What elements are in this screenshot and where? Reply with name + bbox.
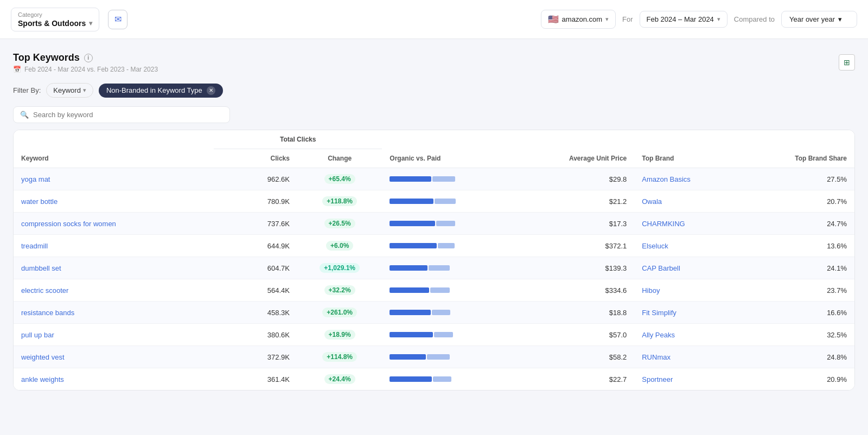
brand-cell: CHARMKING xyxy=(634,213,751,235)
keyword-link[interactable]: dumbbell set xyxy=(21,264,61,272)
year-over-year-dropdown[interactable]: Year over year ▾ xyxy=(781,11,857,28)
excel-export-button[interactable]: ⊞ xyxy=(839,54,855,71)
organic-paid-cell xyxy=(382,213,522,235)
brand-link[interactable]: Sportneer xyxy=(642,375,673,383)
change-badge: +18.9% xyxy=(324,330,355,340)
price-cell: $58.2 xyxy=(522,346,635,368)
col-header-organic-paid: Organic vs. Paid xyxy=(382,130,522,168)
brand-share-cell: 16.6% xyxy=(751,302,854,324)
col-header-top-brand: Top Brand xyxy=(634,130,751,168)
organic-bar xyxy=(390,287,429,293)
col-header-avg-price: Average Unit Price xyxy=(522,130,635,168)
brand-link[interactable]: Owala xyxy=(642,197,662,206)
clicks-cell: 737.6K xyxy=(214,213,297,235)
paid-bar xyxy=(429,265,450,271)
brand-link[interactable]: CHARMKING xyxy=(642,220,685,228)
bar-chart xyxy=(390,287,465,293)
brand-share-cell: 13.6% xyxy=(751,235,854,257)
date-info-text: Feb 2024 - Mar 2024 vs. Feb 2023 - Mar 2… xyxy=(24,66,158,73)
category-label: Category xyxy=(18,11,92,18)
brand-share-cell: 27.5% xyxy=(751,168,854,190)
keyword-link[interactable]: compression socks for women xyxy=(21,220,116,228)
bar-chart xyxy=(390,354,465,360)
keyword-link[interactable]: electric scooter xyxy=(21,286,68,295)
brand-link[interactable]: Ally Peaks xyxy=(642,331,675,339)
keyword-link[interactable]: resistance bands xyxy=(21,309,74,317)
keyword-cell: weighted vest xyxy=(14,346,214,368)
organic-paid-cell xyxy=(382,235,522,257)
organic-bar xyxy=(390,376,432,382)
brand-cell: Elseluck xyxy=(634,235,751,257)
brand-share-cell: 24.8% xyxy=(751,346,854,368)
col-header-brand-share: Top Brand Share xyxy=(751,130,854,168)
keyword-link[interactable]: yoga mat xyxy=(21,175,50,183)
clicks-cell: 604.7K xyxy=(214,257,297,279)
brand-cell: Sportneer xyxy=(634,368,751,391)
change-cell: +6.0% xyxy=(297,235,382,257)
brand-link[interactable]: Hiboy xyxy=(642,286,660,295)
organic-paid-cell xyxy=(382,190,522,213)
email-icon[interactable]: ✉ xyxy=(108,10,127,29)
change-badge: +26.5% xyxy=(324,219,355,228)
brand-link[interactable]: CAP Barbell xyxy=(642,264,680,272)
organic-paid-cell xyxy=(382,324,522,346)
search-row: 🔍 xyxy=(13,106,230,123)
col-header-total-clicks: Total Clicks xyxy=(214,130,382,149)
date-range-info: 📅 Feb 2024 - Mar 2024 vs. Feb 2023 - Mar… xyxy=(13,66,158,73)
paid-bar xyxy=(434,332,453,337)
bar-chart xyxy=(390,265,465,271)
change-badge: +114.8% xyxy=(322,352,357,362)
brand-cell: Ally Peaks xyxy=(634,324,751,346)
brand-link[interactable]: Amazon Basics xyxy=(642,175,691,183)
brand-link[interactable]: Elseluck xyxy=(642,242,668,250)
search-input[interactable] xyxy=(33,111,142,119)
change-cell: +114.8% xyxy=(297,346,382,368)
brand-link[interactable]: RUNmax xyxy=(642,353,671,361)
brand-share-cell: 24.1% xyxy=(751,257,854,279)
keyword-link[interactable]: water bottle xyxy=(21,197,58,206)
organic-bar xyxy=(390,310,431,315)
keyword-link[interactable]: ankle weights xyxy=(21,375,64,383)
keyword-chevron-icon: ▾ xyxy=(83,87,86,94)
table-row: ankle weights 361.4K +24.4% $22.7 Sportn… xyxy=(14,368,854,391)
table-row: pull up bar 380.6K +18.9% $57.0 Ally Pea… xyxy=(14,324,854,346)
category-selector[interactable]: Category Sports & Outdoors ▾ xyxy=(11,8,99,31)
clicks-cell: 361.4K xyxy=(214,368,297,391)
filter-by-label: Filter By: xyxy=(13,86,41,94)
section-title: Top Keywords i xyxy=(13,52,158,63)
marketplace-dropdown[interactable]: 🇺🇸 amazon.com ▾ xyxy=(541,10,616,29)
close-icon[interactable]: ✕ xyxy=(207,86,215,95)
change-cell: +26.5% xyxy=(297,213,382,235)
brand-cell: RUNmax xyxy=(634,346,751,368)
flag-icon: 🇺🇸 xyxy=(548,14,559,24)
organic-bar xyxy=(390,221,435,226)
nonbranded-filter-button[interactable]: Non-Branded in Keyword Type ✕ xyxy=(99,84,223,98)
brand-link[interactable]: Fit Simplify xyxy=(642,309,676,317)
paid-bar xyxy=(432,310,450,315)
change-cell: +24.4% xyxy=(297,368,382,391)
organic-bar xyxy=(390,243,437,248)
keyword-filter-button[interactable]: Keyword ▾ xyxy=(46,83,93,98)
info-icon[interactable]: i xyxy=(84,54,93,62)
price-cell: $57.0 xyxy=(522,324,635,346)
date-range-dropdown[interactable]: Feb 2024 – Mar 2024 ▾ xyxy=(640,11,727,28)
price-cell: $18.8 xyxy=(522,302,635,324)
change-cell: +1,029.1% xyxy=(297,257,382,279)
brand-cell: CAP Barbell xyxy=(634,257,751,279)
price-cell: $29.8 xyxy=(522,168,635,190)
price-cell: $372.1 xyxy=(522,235,635,257)
organic-paid-cell xyxy=(382,368,522,391)
paid-bar xyxy=(430,287,450,293)
keyword-link[interactable]: treadmill xyxy=(21,242,48,250)
chevron-down-icon: ▾ xyxy=(89,20,92,27)
paid-bar xyxy=(432,176,455,182)
keyword-cell: compression socks for women xyxy=(14,213,214,235)
change-badge: +261.0% xyxy=(322,308,357,317)
chevron-down-icon: ▾ xyxy=(605,16,609,23)
paid-bar xyxy=(435,199,456,204)
keyword-link[interactable]: weighted vest xyxy=(21,353,65,361)
price-cell: $139.3 xyxy=(522,257,635,279)
keyword-link[interactable]: pull up bar xyxy=(21,331,54,339)
organic-paid-cell xyxy=(382,302,522,324)
organic-bar xyxy=(390,199,433,204)
